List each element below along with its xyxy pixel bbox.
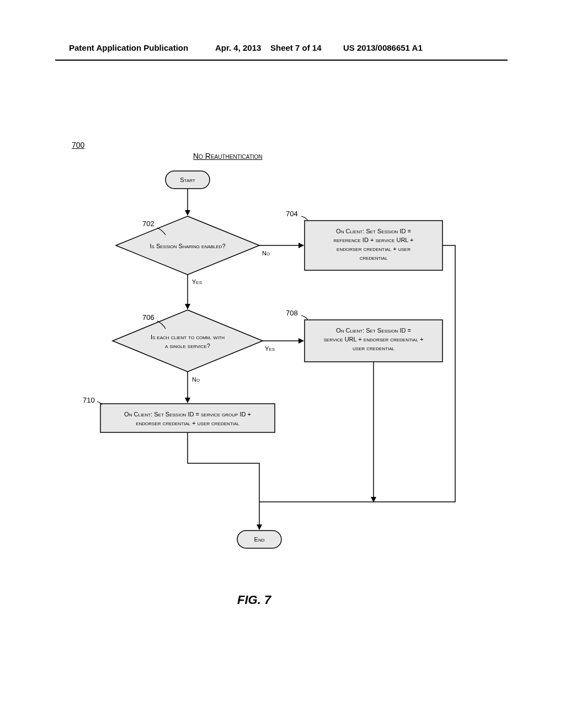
edge-706-710-label: No	[192, 376, 200, 383]
ref-710-leader	[97, 402, 102, 405]
node-704-text-l2: reference ID + service URL +	[333, 237, 413, 243]
node-710-text-l1: On Client: Set Session ID = service grou…	[124, 411, 251, 417]
node-706-text-l2: a single service?	[165, 342, 210, 349]
ref-702: 702	[142, 220, 154, 228]
node-end-text: End	[254, 536, 265, 543]
edge-710-end	[188, 432, 259, 529]
node-704-text-l3: endorser credential + user	[337, 245, 411, 252]
header-publication: Patent Application Publication	[69, 43, 188, 52]
diagram-title: No Reauthentication	[193, 152, 263, 160]
edge-706-708-label: Yes	[265, 345, 275, 352]
edge-702-706-label: Yes	[192, 279, 202, 285]
node-704: On Client: Set Session ID = reference ID…	[305, 221, 443, 270]
ref-710: 710	[83, 396, 95, 404]
ref-708-leader	[301, 315, 308, 320]
node-702-text: Is Session Sharing enabled?	[150, 243, 225, 249]
node-708: On Client: Set Session ID = service URL …	[305, 320, 443, 362]
node-start-text: Start	[180, 176, 195, 183]
flowchart: Start Is Session Sharing enabled? 702 No…	[55, 165, 508, 585]
ref-706: 706	[142, 313, 154, 322]
node-708-text-l1: On Client: Set Session ID =	[336, 327, 411, 334]
svg-marker-3	[113, 310, 263, 372]
node-708-text-l2: service URL + endorser credential +	[324, 336, 424, 342]
node-708-text-l3: user credential	[353, 345, 395, 351]
header-pubno: US 2013/0086651 A1	[343, 43, 423, 52]
figure-label: FIG. 7	[237, 593, 271, 607]
node-704-text-l1: On Client: Set Session ID =	[336, 228, 411, 234]
ref-704-leader	[301, 216, 308, 221]
node-706-text-l1: Is each client to comm. with	[151, 334, 225, 340]
header-sheet: Sheet 7 of 14	[270, 43, 322, 52]
header-date: Apr. 4, 2013	[215, 43, 261, 52]
header-rule	[55, 60, 508, 61]
edge-702-704-label: No	[262, 250, 270, 256]
svg-rect-5	[100, 404, 275, 432]
ref-704: 704	[286, 210, 298, 218]
node-704-text-l4: credential	[360, 254, 388, 261]
page: Patent Application Publication Apr. 4, 2…	[0, 0, 565, 728]
node-710: On Client: Set Session ID = service grou…	[100, 404, 275, 432]
node-706: Is each client to comm. with a single se…	[113, 310, 263, 372]
figure-reference-number: 700	[72, 141, 84, 149]
edge-704-merge	[374, 245, 455, 502]
node-702: Is Session Sharing enabled?	[116, 216, 259, 275]
node-end: End	[237, 531, 281, 548]
node-start: Start	[166, 171, 210, 189]
node-710-text-l2: endorser credential + user credential	[136, 420, 239, 426]
ref-708: 708	[286, 309, 298, 317]
